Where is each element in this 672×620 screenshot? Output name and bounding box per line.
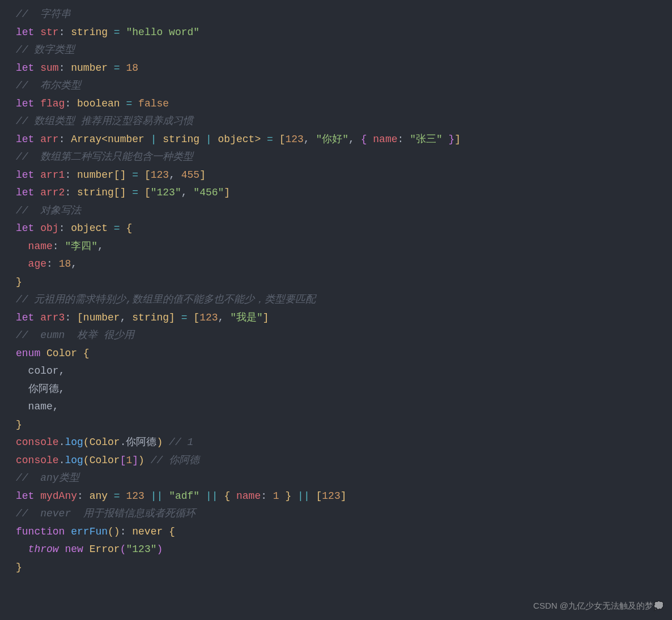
- fn-errfun: errFun: [71, 526, 108, 537]
- comment: // 布尔类型: [16, 80, 81, 91]
- comment: // 字符串: [16, 8, 71, 20]
- code-block: // 字符串 let str: string = "hello word" //…: [0, 0, 672, 582]
- fn-log: log: [65, 437, 83, 448]
- keyword-let: let: [16, 27, 34, 38]
- var-obj: obj: [40, 223, 58, 234]
- comment: // eumn 枚举 很少用: [16, 330, 134, 341]
- enum-color: Color: [46, 348, 77, 359]
- boolean-literal: false: [138, 98, 169, 109]
- var-arr: arr: [40, 134, 58, 145]
- var-arr3: arr3: [40, 312, 65, 323]
- comment: // 元祖用的需求特别少,数组里的值不能多也不能少，类型要匹配: [16, 294, 316, 305]
- var-arr2: arr2: [40, 187, 65, 198]
- comment: // any类型: [16, 472, 79, 484]
- comment: // 对象写法: [16, 205, 81, 216]
- keyword-function: function: [16, 526, 65, 537]
- var-arr1: arr1: [40, 169, 65, 181]
- comment: // 数组第二种写法只能包含一种类型: [16, 151, 193, 163]
- string-literal: "hello word": [126, 27, 199, 38]
- keyword-throw: throw: [28, 544, 59, 555]
- comment: // 数字类型: [16, 44, 75, 55]
- keyword-enum: enum: [16, 348, 40, 359]
- number-literal: 18: [126, 62, 138, 74]
- var-mydany: mydAny: [40, 490, 77, 502]
- var-flag: flag: [40, 98, 65, 109]
- watermark: CSDN @九亿少女无法触及的梦💭: [533, 597, 664, 615]
- comment: // 数组类型 推荐用泛型容易养成习惯: [16, 116, 193, 127]
- comment: // never 用于报错信息或者死循环: [16, 508, 195, 519]
- type-string: string: [71, 27, 108, 38]
- var-str: str: [40, 27, 58, 38]
- var-sum: sum: [40, 62, 58, 74]
